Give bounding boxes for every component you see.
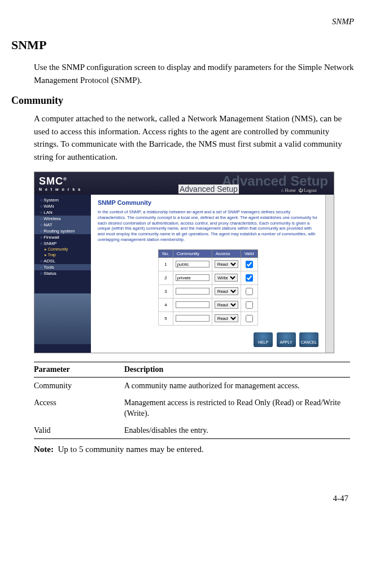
running-header: SNMP <box>11 17 354 27</box>
content-description: In the context of SNMP, a relationship b… <box>98 209 318 243</box>
sidebar-item-community[interactable]: Community <box>34 247 91 252</box>
table-row: 5 Read <box>159 311 258 325</box>
sidebar-item-lan[interactable]: LAN <box>34 209 91 216</box>
cancel-button[interactable]: CANCEL <box>299 332 318 347</box>
screenshot-content: SNMP Community In the context of SNMP, a… <box>91 195 325 353</box>
sidebar-item-nat[interactable]: NAT <box>34 222 91 228</box>
access-select-1[interactable]: Read <box>215 260 238 268</box>
page-number: 4-47 <box>11 494 354 503</box>
action-buttons: HELP APPLY CANCEL <box>98 332 318 347</box>
logout-icon[interactable]: ⏻ <box>298 188 304 193</box>
row-no: 5 <box>159 311 173 325</box>
table-row: 3 Read <box>159 284 258 298</box>
home-link[interactable]: Home <box>285 188 296 193</box>
sidebar: System WAN LAN Wireless NAT Routing syst… <box>34 195 91 353</box>
th-no: No. <box>159 249 173 257</box>
heading-community: Community <box>11 95 354 107</box>
community-input-2[interactable] <box>176 274 209 281</box>
sidebar-decorative-image <box>34 293 91 344</box>
help-button[interactable]: HELP <box>254 332 273 347</box>
row-no: 1 <box>159 257 173 271</box>
param-row: Valid Enables/disables the entry. <box>34 422 350 439</box>
th-valid: Valid <box>241 249 257 257</box>
table-row: 2 Write <box>159 271 258 284</box>
top-links: ⌂ Home ⏻ Logout <box>281 188 317 193</box>
sidebar-item-tools[interactable]: Tools <box>34 264 91 270</box>
table-row: 1 Read <box>159 257 258 271</box>
valid-checkbox-2[interactable] <box>246 274 253 282</box>
logout-link[interactable]: Logout <box>304 188 317 193</box>
logo-reg: ® <box>63 177 67 182</box>
th-access: Access <box>212 249 241 257</box>
screenshot-header: SMC® N e t w o r k s Advanced Setup Adva… <box>34 172 334 195</box>
content-title: SNMP Community <box>98 199 318 206</box>
access-select-3[interactable]: Read <box>215 287 238 295</box>
page-mode-label: Advanced Setup <box>178 185 239 194</box>
sidebar-item-status[interactable]: Status <box>34 270 91 277</box>
row-no: 3 <box>159 284 173 298</box>
param-header: Parameter <box>34 362 124 378</box>
heading-snmp: SNMP <box>11 38 354 52</box>
community-table: No. Community Access Valid 1 Read 2 <box>158 249 258 326</box>
th-community: Community <box>173 249 212 257</box>
param-name: Community <box>34 378 124 394</box>
param-desc: A community name authorized for manageme… <box>124 378 350 394</box>
note: Note: Up to 5 community names may be ent… <box>34 445 354 454</box>
param-desc: Enables/disables the entry. <box>124 422 350 439</box>
param-row: Community A community name authorized fo… <box>34 378 350 394</box>
sidebar-item-snmp[interactable]: SNMP <box>34 240 91 247</box>
access-select-5[interactable]: Read <box>215 314 238 322</box>
community-input-5[interactable] <box>176 315 209 322</box>
sidebar-item-firewall[interactable]: Firewall <box>34 234 91 240</box>
embedded-screenshot: SMC® N e t w o r k s Advanced Setup Adva… <box>34 172 334 353</box>
param-name: Access <box>34 394 124 422</box>
community-input-4[interactable] <box>176 301 209 308</box>
community-paragraph: A computer attached to the network, call… <box>34 112 354 163</box>
community-input-3[interactable] <box>176 288 209 295</box>
sidebar-item-wan[interactable]: WAN <box>34 203 91 209</box>
parameter-table: Parameter Description Community A commun… <box>34 362 350 439</box>
community-input-1[interactable] <box>176 261 209 267</box>
apply-button[interactable]: APPLY <box>277 332 296 347</box>
sidebar-item-system[interactable]: System <box>34 197 91 203</box>
row-no: 4 <box>159 298 173 311</box>
note-text: Up to 5 community names may be entered. <box>58 445 203 454</box>
scrollbar[interactable] <box>325 195 334 353</box>
intro-paragraph: Use the SNMP configuration screen to dis… <box>34 61 354 86</box>
sidebar-item-routing[interactable]: Routing system <box>34 228 91 234</box>
access-select-4[interactable]: Read <box>215 301 238 309</box>
sidebar-item-trap[interactable]: Trap <box>34 252 91 258</box>
desc-header: Description <box>124 362 350 378</box>
valid-checkbox-4[interactable] <box>246 301 253 309</box>
valid-checkbox-1[interactable] <box>246 261 253 268</box>
sidebar-item-adsl[interactable]: ADSL <box>34 258 91 264</box>
param-name: Valid <box>34 422 124 439</box>
param-desc: Management access is restricted to Read … <box>124 394 350 422</box>
valid-checkbox-5[interactable] <box>246 315 253 322</box>
valid-checkbox-3[interactable] <box>246 288 253 295</box>
param-row: Access Management access is restricted t… <box>34 394 350 422</box>
row-no: 2 <box>159 271 173 284</box>
access-select-2[interactable]: Write <box>215 274 238 282</box>
logo-text: SMC <box>39 175 63 187</box>
table-row: 4 Read <box>159 298 258 311</box>
sidebar-item-wireless[interactable]: Wireless <box>34 216 91 222</box>
note-label: Note: <box>34 445 54 454</box>
